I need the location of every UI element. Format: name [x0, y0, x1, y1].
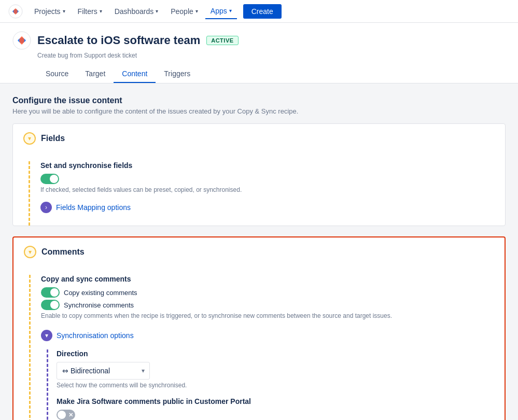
nav-apps[interactable]: Apps ▾: [205, 4, 237, 19]
copy-sync-label: Copy and sync comments: [41, 275, 494, 283]
sync-expand-icon[interactable]: ▾: [41, 330, 52, 341]
fields-card-title: Fields: [41, 134, 65, 143]
projects-chevron-icon: ▾: [63, 8, 65, 14]
active-badge: ACTIVE: [206, 36, 238, 45]
copy-existing-toggle[interactable]: [41, 287, 60, 298]
sync-comments-toggle[interactable]: [41, 300, 60, 310]
set-sync-label: Set and synchronise fields: [40, 161, 495, 170]
comments-card-title: Comments: [41, 247, 85, 257]
comments-icon: ▾: [24, 246, 36, 258]
copy-existing-label: Copy existing comments: [64, 289, 137, 297]
top-navigation: Projects ▾ Filters ▾ Dashboards ▾ People…: [0, 0, 518, 23]
tab-triggers[interactable]: Triggers: [156, 65, 199, 83]
direction-label: Direction: [57, 349, 494, 358]
create-button[interactable]: Create: [243, 4, 282, 19]
mapping-expand-icon[interactable]: ›: [40, 202, 52, 213]
fields-mapping-text[interactable]: Fields Mapping options: [56, 203, 131, 212]
comments-help-text: Enable to copy comments when the recipe …: [41, 312, 494, 319]
direction-dropdown-field: ⇔ Bidirectional ▾: [57, 362, 150, 380]
apps-chevron-icon: ▾: [229, 8, 232, 13]
toggle-knob-sync: [50, 301, 59, 309]
sync-options-body: Direction ⇔ Bidirectional ▾ Select how t…: [47, 349, 494, 420]
public-label: Make Jira Software comments public in Cu…: [57, 397, 494, 405]
people-chevron-icon: ▾: [195, 8, 198, 14]
copy-existing-row: Copy existing comments: [41, 287, 494, 298]
tab-content[interactable]: Content: [114, 65, 156, 83]
fields-mapping-link[interactable]: › Fields Mapping options: [40, 202, 495, 213]
recipe-tabs: Source Target Content Triggers: [37, 65, 506, 83]
tab-target[interactable]: Target: [77, 65, 114, 83]
filters-chevron-icon: ▾: [100, 8, 102, 14]
public-toggle[interactable]: ✕: [57, 410, 75, 420]
toggle-knob-public: [58, 411, 66, 419]
set-sync-help: If checked, selected fields values can b…: [40, 186, 495, 193]
toggle-knob-copy: [50, 288, 59, 297]
nav-filters[interactable]: Filters ▾: [73, 4, 107, 19]
direction-help: Select how the comments will be synchron…: [57, 382, 494, 389]
nav-projects[interactable]: Projects ▾: [29, 4, 71, 19]
sync-comments-label: Synchronise comments: [64, 301, 134, 309]
recipe-logo: [12, 31, 31, 50]
fields-card-header[interactable]: ▾ Fields: [13, 124, 505, 153]
sync-options-header[interactable]: ▾ Synchronisation options: [41, 330, 494, 341]
section-title: Configure the issue content: [12, 96, 506, 105]
app-logo: [8, 4, 23, 19]
fields-card-body: Set and synchronise fields If checked, s…: [29, 161, 505, 226]
set-sync-toggle[interactable]: [40, 174, 59, 184]
section-header: Configure the issue content Here you wil…: [12, 96, 506, 115]
recipe-title: Escalate to iOS software team: [37, 34, 200, 47]
comments-card-body: Copy and sync comments Copy existing com…: [29, 275, 505, 420]
recipe-header: Escalate to iOS software team ACTIVE Cre…: [0, 23, 518, 83]
sync-options-title[interactable]: Synchronisation options: [57, 331, 134, 340]
recipe-subtitle: Create bug from Support desk ticket: [37, 52, 506, 59]
fields-card: ▾ Fields Set and synchronise fields If c…: [12, 123, 506, 226]
comments-card: ▾ Comments Copy and sync comments Copy e…: [12, 236, 506, 420]
tab-source[interactable]: Source: [37, 65, 77, 83]
dashboards-chevron-icon: ▾: [156, 8, 158, 14]
sync-comments-row: Synchronise comments: [41, 300, 494, 310]
direction-select[interactable]: ⇔ Bidirectional: [57, 362, 150, 380]
toggle-knob: [50, 175, 58, 183]
nav-dashboards[interactable]: Dashboards ▾: [109, 4, 164, 19]
nav-people[interactable]: People ▾: [165, 4, 203, 19]
section-description: Here you will be able to configure the c…: [12, 107, 506, 115]
fields-icon: ▾: [23, 132, 36, 145]
page-content: Configure the issue content Here you wil…: [0, 83, 518, 420]
toggle-x-icon: ✕: [68, 412, 73, 418]
comments-card-header[interactable]: ▾ Comments: [13, 237, 505, 267]
